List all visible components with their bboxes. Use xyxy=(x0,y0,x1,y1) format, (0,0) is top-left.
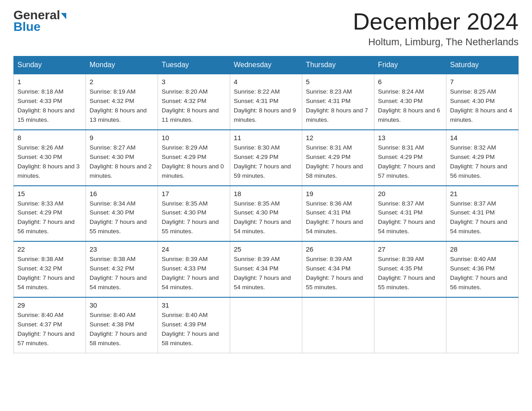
day-info: Sunrise: 8:38 AMSunset: 4:32 PMDaylight:… xyxy=(90,255,154,292)
table-row: 23Sunrise: 8:38 AMSunset: 4:32 PMDayligh… xyxy=(86,241,158,297)
day-info: Sunrise: 8:33 AMSunset: 4:29 PMDaylight:… xyxy=(17,199,82,237)
logo-arrow-icon xyxy=(61,13,66,19)
day-number: 10 xyxy=(162,134,226,141)
day-info: Sunrise: 8:26 AMSunset: 4:30 PMDaylight:… xyxy=(17,143,82,181)
table-row: 7Sunrise: 8:25 AMSunset: 4:30 PMDaylight… xyxy=(446,74,519,130)
table-row xyxy=(446,297,519,353)
day-info: Sunrise: 8:40 AMSunset: 4:38 PMDaylight:… xyxy=(90,311,154,348)
calendar-table: Sunday Monday Tuesday Wednesday Thursday… xyxy=(13,56,519,353)
day-info: Sunrise: 8:32 AMSunset: 4:29 PMDaylight:… xyxy=(450,143,515,181)
day-info: Sunrise: 8:31 AMSunset: 4:29 PMDaylight:… xyxy=(306,143,370,181)
table-row: 11Sunrise: 8:30 AMSunset: 4:29 PMDayligh… xyxy=(230,130,302,186)
day-number: 19 xyxy=(306,190,370,197)
day-info: Sunrise: 8:31 AMSunset: 4:29 PMDaylight:… xyxy=(378,143,442,181)
table-row: 31Sunrise: 8:40 AMSunset: 4:39 PMDayligh… xyxy=(158,297,230,353)
day-info: Sunrise: 8:27 AMSunset: 4:30 PMDaylight:… xyxy=(90,143,154,181)
table-row xyxy=(302,297,374,353)
col-saturday: Saturday xyxy=(446,56,519,74)
col-friday: Friday xyxy=(374,56,446,74)
table-row: 5Sunrise: 8:23 AMSunset: 4:31 PMDaylight… xyxy=(302,74,374,130)
calendar-week-row: 15Sunrise: 8:33 AMSunset: 4:29 PMDayligh… xyxy=(14,186,519,242)
table-row: 3Sunrise: 8:20 AMSunset: 4:32 PMDaylight… xyxy=(158,74,230,130)
table-row: 15Sunrise: 8:33 AMSunset: 4:29 PMDayligh… xyxy=(14,186,86,242)
day-info: Sunrise: 8:20 AMSunset: 4:32 PMDaylight:… xyxy=(162,87,226,125)
day-info: Sunrise: 8:35 AMSunset: 4:30 PMDaylight:… xyxy=(234,199,298,237)
day-info: Sunrise: 8:36 AMSunset: 4:31 PMDaylight:… xyxy=(306,199,370,237)
calendar-week-row: 22Sunrise: 8:38 AMSunset: 4:32 PMDayligh… xyxy=(14,241,519,297)
day-number: 6 xyxy=(378,78,442,86)
logo: General Blue xyxy=(13,9,66,33)
day-number: 7 xyxy=(450,78,515,86)
calendar-header-row: Sunday Monday Tuesday Wednesday Thursday… xyxy=(14,56,519,74)
day-number: 30 xyxy=(90,301,154,309)
day-number: 16 xyxy=(90,190,154,197)
col-tuesday: Tuesday xyxy=(158,56,230,74)
table-row: 1Sunrise: 8:18 AMSunset: 4:33 PMDaylight… xyxy=(14,74,86,130)
table-row: 28Sunrise: 8:40 AMSunset: 4:36 PMDayligh… xyxy=(446,241,519,297)
day-number: 22 xyxy=(17,245,82,253)
day-number: 20 xyxy=(378,190,442,197)
day-number: 26 xyxy=(306,245,370,253)
day-info: Sunrise: 8:38 AMSunset: 4:32 PMDaylight:… xyxy=(17,255,82,292)
day-info: Sunrise: 8:39 AMSunset: 4:35 PMDaylight:… xyxy=(378,255,442,292)
col-thursday: Thursday xyxy=(302,56,374,74)
col-sunday: Sunday xyxy=(14,56,86,74)
calendar-week-row: 8Sunrise: 8:26 AMSunset: 4:30 PMDaylight… xyxy=(14,130,519,186)
table-row: 24Sunrise: 8:39 AMSunset: 4:33 PMDayligh… xyxy=(158,241,230,297)
table-row: 27Sunrise: 8:39 AMSunset: 4:35 PMDayligh… xyxy=(374,241,446,297)
table-row: 17Sunrise: 8:35 AMSunset: 4:30 PMDayligh… xyxy=(158,186,230,242)
day-info: Sunrise: 8:29 AMSunset: 4:29 PMDaylight:… xyxy=(162,143,226,181)
day-info: Sunrise: 8:24 AMSunset: 4:30 PMDaylight:… xyxy=(378,87,442,125)
table-row: 30Sunrise: 8:40 AMSunset: 4:38 PMDayligh… xyxy=(86,297,158,353)
day-info: Sunrise: 8:37 AMSunset: 4:31 PMDaylight:… xyxy=(378,199,442,237)
day-info: Sunrise: 8:18 AMSunset: 4:33 PMDaylight:… xyxy=(17,87,82,125)
day-number: 27 xyxy=(378,245,442,253)
table-row: 10Sunrise: 8:29 AMSunset: 4:29 PMDayligh… xyxy=(158,130,230,186)
day-number: 12 xyxy=(306,134,370,141)
day-number: 21 xyxy=(450,190,515,197)
table-row: 26Sunrise: 8:39 AMSunset: 4:34 PMDayligh… xyxy=(302,241,374,297)
day-number: 2 xyxy=(90,78,154,86)
day-info: Sunrise: 8:40 AMSunset: 4:37 PMDaylight:… xyxy=(17,311,82,348)
table-row: 25Sunrise: 8:39 AMSunset: 4:34 PMDayligh… xyxy=(230,241,302,297)
table-row xyxy=(230,297,302,353)
month-title: December 2024 xyxy=(353,9,519,34)
day-info: Sunrise: 8:40 AMSunset: 4:39 PMDaylight:… xyxy=(162,311,226,348)
calendar-week-row: 29Sunrise: 8:40 AMSunset: 4:37 PMDayligh… xyxy=(14,297,519,353)
table-row: 16Sunrise: 8:34 AMSunset: 4:30 PMDayligh… xyxy=(86,186,158,242)
day-number: 28 xyxy=(450,245,515,253)
table-row: 12Sunrise: 8:31 AMSunset: 4:29 PMDayligh… xyxy=(302,130,374,186)
day-info: Sunrise: 8:39 AMSunset: 4:34 PMDaylight:… xyxy=(234,255,298,292)
day-info: Sunrise: 8:40 AMSunset: 4:36 PMDaylight:… xyxy=(450,255,515,292)
table-row: 19Sunrise: 8:36 AMSunset: 4:31 PMDayligh… xyxy=(302,186,374,242)
table-row: 21Sunrise: 8:37 AMSunset: 4:31 PMDayligh… xyxy=(446,186,519,242)
day-info: Sunrise: 8:30 AMSunset: 4:29 PMDaylight:… xyxy=(234,143,298,181)
table-row: 22Sunrise: 8:38 AMSunset: 4:32 PMDayligh… xyxy=(14,241,86,297)
logo-blue-text: Blue xyxy=(13,21,41,33)
day-number: 13 xyxy=(378,134,442,141)
table-row: 18Sunrise: 8:35 AMSunset: 4:30 PMDayligh… xyxy=(230,186,302,242)
table-row: 13Sunrise: 8:31 AMSunset: 4:29 PMDayligh… xyxy=(374,130,446,186)
day-info: Sunrise: 8:35 AMSunset: 4:30 PMDaylight:… xyxy=(162,199,226,237)
table-row: 4Sunrise: 8:22 AMSunset: 4:31 PMDaylight… xyxy=(230,74,302,130)
col-wednesday: Wednesday xyxy=(230,56,302,74)
day-number: 9 xyxy=(90,134,154,141)
col-monday: Monday xyxy=(86,56,158,74)
table-row: 8Sunrise: 8:26 AMSunset: 4:30 PMDaylight… xyxy=(14,130,86,186)
day-info: Sunrise: 8:34 AMSunset: 4:30 PMDaylight:… xyxy=(90,199,154,237)
day-number: 24 xyxy=(162,245,226,253)
table-row xyxy=(374,297,446,353)
location-subtitle: Holtum, Limburg, The Netherlands xyxy=(353,36,519,48)
day-number: 23 xyxy=(90,245,154,253)
title-block: December 2024 Holtum, Limburg, The Nethe… xyxy=(353,9,519,48)
table-row: 9Sunrise: 8:27 AMSunset: 4:30 PMDaylight… xyxy=(86,130,158,186)
day-number: 14 xyxy=(450,134,515,141)
day-number: 5 xyxy=(306,78,370,86)
table-row: 2Sunrise: 8:19 AMSunset: 4:32 PMDaylight… xyxy=(86,74,158,130)
day-number: 18 xyxy=(234,190,298,197)
day-number: 3 xyxy=(162,78,226,86)
day-number: 11 xyxy=(234,134,298,141)
day-info: Sunrise: 8:39 AMSunset: 4:34 PMDaylight:… xyxy=(306,255,370,292)
table-row: 29Sunrise: 8:40 AMSunset: 4:37 PMDayligh… xyxy=(14,297,86,353)
table-row: 20Sunrise: 8:37 AMSunset: 4:31 PMDayligh… xyxy=(374,186,446,242)
